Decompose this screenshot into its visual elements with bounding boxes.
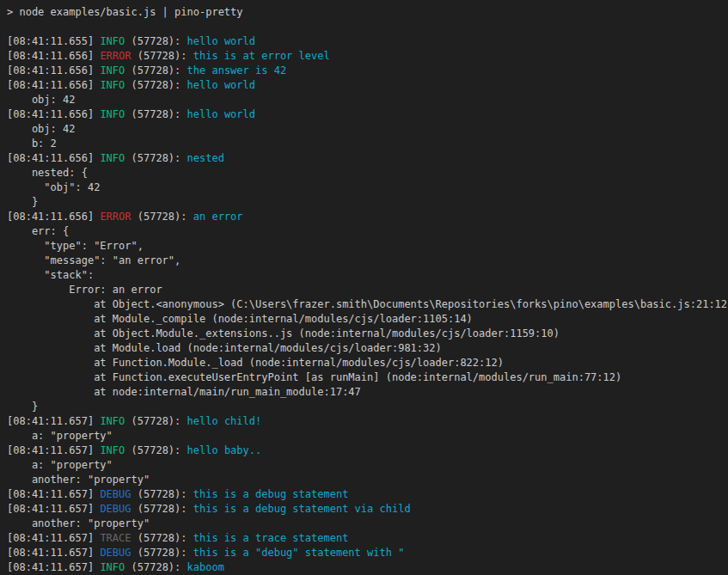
log-segment: } (7, 401, 38, 413)
log-segment: this is a debug statement (193, 488, 349, 500)
log-line: [08:41:11.657] TRACE (57728): this is a … (7, 531, 725, 546)
log-segment: "type": "Error", (7, 240, 144, 252)
log-segment: (57728): (132, 503, 193, 515)
terminal[interactable]: > node examples/basic.js | pino-pretty [… (0, 0, 728, 575)
log-segment: INFO (100, 64, 125, 76)
log-segment: > node examples/basic.js | pino-pretty (7, 6, 243, 18)
log-segment: nested (187, 152, 224, 164)
log-segment: INFO (100, 35, 125, 47)
log-segment: this is a debug statement via child (193, 503, 411, 515)
log-segment: [08:41:11.657] (7, 503, 100, 515)
log-line: at Function.executeUserEntryPoint [as ru… (7, 370, 725, 385)
log-line: a: "property" (7, 458, 725, 473)
log-segment: another: "property" (7, 474, 150, 486)
log-segment: at Function.Module._load (node:internal/… (7, 357, 504, 369)
log-segment: kaboom (187, 561, 224, 573)
log-line: [08:41:11.656] INFO (57728): hello world (7, 107, 725, 122)
log-line: another: "property" (7, 473, 725, 487)
log-segment: INFO (100, 108, 125, 120)
log-segment: nested: { (7, 167, 88, 179)
log-line: nested: { (7, 166, 725, 180)
log-segment: [08:41:11.657] (7, 444, 100, 456)
log-line: obj: 42 (7, 122, 725, 137)
log-line: [08:41:11.655] INFO (57728): hello world (7, 34, 725, 49)
log-line: [08:41:11.656] INFO (57728): nested (7, 151, 725, 166)
log-segment: a: "property" (7, 459, 113, 471)
log-line: [08:41:11.657] DEBUG (57728): this is a … (7, 546, 725, 560)
log-line: at Module._compile (node:internal/module… (7, 312, 725, 327)
log-segment: [08:41:11.657] (7, 488, 100, 500)
log-line: "stack": (7, 268, 725, 283)
log-segment: INFO (100, 152, 125, 164)
log-segment: obj: 42 (7, 123, 75, 135)
log-segment: [08:41:11.656] (7, 79, 100, 91)
log-segment: INFO (100, 561, 125, 573)
log-line: "message": "an error", (7, 254, 725, 268)
log-line: at node:internal/main/run_main_module:17… (7, 385, 725, 400)
log-segment: (57728): (125, 415, 187, 427)
log-segment: [08:41:11.657] (7, 547, 100, 559)
log-line: [08:41:11.656] ERROR (57728): this is at… (7, 49, 725, 64)
log-line: [08:41:11.657] DEBUG (57728): this is a … (7, 487, 725, 502)
log-segment: (57728): (125, 444, 187, 456)
log-line (7, 20, 725, 34)
log-line: [08:41:11.656] ERROR (57728): an error (7, 210, 725, 224)
log-line: [08:41:11.656] INFO (57728): hello world (7, 78, 725, 93)
log-line: err: { (7, 224, 725, 239)
log-segment: this is at error level (193, 50, 330, 62)
log-line: at Object.Module._extensions..js (node:i… (7, 327, 725, 341)
log-line: } (7, 195, 725, 210)
log-line: b: 2 (7, 137, 725, 151)
log-segment: at node:internal/main/run_main_module:17… (7, 386, 361, 398)
log-segment: (57728): (132, 532, 193, 544)
log-segment: b: 2 (7, 138, 57, 150)
log-segment: (57728): (125, 79, 187, 91)
log-segment: [08:41:11.657] (7, 415, 100, 427)
log-line: [08:41:11.657] INFO (57728): hello baby.… (7, 443, 725, 458)
log-segment: DEBUG (100, 547, 131, 559)
log-segment: [08:41:11.656] (7, 211, 100, 223)
log-line: at Module.load (node:internal/modules/cj… (7, 341, 725, 356)
log-segment: hello child! (187, 415, 262, 427)
log-segment: hello world (187, 108, 255, 120)
log-segment: ERROR (100, 50, 131, 62)
log-line: [08:41:11.656] INFO (57728): the answer … (7, 64, 725, 78)
log-line: [08:41:11.657] INFO (57728): kaboom (7, 560, 725, 575)
log-segment: hello world (187, 35, 255, 47)
log-segment: at Module._compile (node:internal/module… (7, 313, 473, 325)
log-segment: at Module.load (node:internal/modules/cj… (7, 342, 442, 354)
log-segment: [08:41:11.655] (7, 35, 100, 47)
log-segment: obj: 42 (7, 94, 75, 106)
log-segment: (57728): (132, 488, 193, 500)
log-segment: (57728): (125, 108, 187, 120)
log-segment: this is a trace statement (193, 532, 349, 544)
log-line: } (7, 400, 725, 414)
log-segment: ERROR (100, 211, 131, 223)
log-line: "type": "Error", (7, 239, 725, 254)
log-segment: [08:41:11.656] (7, 152, 100, 164)
log-line: obj: 42 (7, 93, 725, 107)
log-segment: INFO (100, 79, 125, 91)
log-segment: INFO (100, 444, 125, 456)
log-segment: a: "property" (7, 430, 113, 442)
log-segment: "obj": 42 (7, 181, 100, 193)
log-segment: } (7, 196, 38, 208)
log-segment: an error (193, 211, 243, 223)
log-segment: hello world (187, 79, 255, 91)
log-segment: (57728): (125, 561, 187, 573)
log-segment: hello baby.. (187, 444, 262, 456)
log-segment: DEBUG (100, 488, 131, 500)
log-segment: (57728): (132, 547, 193, 559)
log-line: [08:41:11.657] INFO (57728): hello child… (7, 414, 725, 429)
log-line: a: "property" (7, 429, 725, 443)
log-segment: err: { (7, 225, 69, 237)
log-segment: (57728): (132, 211, 193, 223)
log-segment: DEBUG (100, 503, 131, 515)
log-line: another: "property" (7, 517, 725, 531)
log-line: "obj": 42 (7, 180, 725, 195)
log-segment: TRACE (100, 532, 131, 544)
log-segment: [08:41:11.657] (7, 532, 100, 544)
log-segment: "stack": (7, 269, 94, 281)
log-segment: (57728): (125, 35, 187, 47)
log-segment: this is a "debug" statement with " (193, 547, 405, 559)
